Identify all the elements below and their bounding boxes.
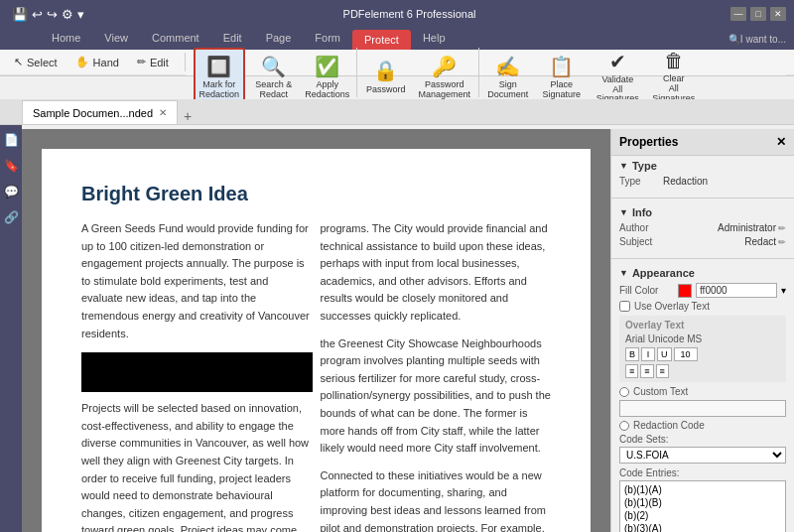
panel-title: Properties xyxy=(619,135,678,149)
custom-text-input[interactable] xyxy=(619,400,786,417)
validate-signatures-button[interactable]: ✔ ValidateAll Signatures xyxy=(591,48,645,105)
right-para-2: the Greenest City Showcase Neighbourhood… xyxy=(321,335,552,458)
qa-dropdown-icon[interactable]: ▾ xyxy=(77,7,84,22)
author-edit-icon[interactable]: ✏ xyxy=(778,223,786,233)
overlay-font-row: Arial Unicode MS xyxy=(625,333,780,344)
password-management-label: PasswordManagement xyxy=(419,80,471,100)
font-size-input[interactable] xyxy=(674,347,698,361)
tab-bar: Sample Documen...nded ✕ + xyxy=(0,99,794,125)
code-entry-1[interactable]: (b)(1)(B) xyxy=(622,496,783,509)
fill-color-row: Fill Color ff0000 ▾ xyxy=(619,283,786,298)
redaction-code-row: Redaction Code xyxy=(619,420,786,431)
clear-icon: 🗑 xyxy=(664,50,684,72)
hand-icon: ✋ xyxy=(75,56,89,68)
tab-edit[interactable]: Edit xyxy=(211,28,254,50)
custom-text-radio[interactable] xyxy=(619,387,629,397)
password-label: Password xyxy=(366,84,406,95)
overlay-text-section: Overlay Text Arial Unicode MS B I U ≡ ≡ … xyxy=(619,316,786,382)
overlay-font-value: Arial Unicode MS xyxy=(625,333,702,344)
left-sidebar: 🏠 📄 🔖 💬 🔗 xyxy=(0,99,22,532)
code-entry-0[interactable]: (b)(1)(A) xyxy=(622,483,783,496)
search-icon: 🔍 xyxy=(728,34,740,45)
paragraph-2: Projects will be selected based on innov… xyxy=(81,400,313,532)
align-right-button[interactable]: ≡ xyxy=(656,364,669,378)
qa-settings-icon[interactable]: ⚙ xyxy=(62,7,73,22)
tab-close-button[interactable]: ✕ xyxy=(159,107,167,118)
tab-page[interactable]: Page xyxy=(254,28,304,50)
bold-button[interactable]: B xyxy=(625,347,639,361)
i-want-to[interactable]: 🔍 I want to... xyxy=(721,28,794,50)
sidebar-pages-icon[interactable]: 📄 xyxy=(2,129,21,151)
sign-document-button[interactable]: ✍ SignDocument xyxy=(483,48,533,105)
text-align-row: ≡ ≡ ≡ xyxy=(625,364,780,378)
use-overlay-text-label: Use Overlay Text xyxy=(634,301,710,312)
document-tab[interactable]: Sample Documen...nded ✕ xyxy=(22,100,178,124)
tab-view[interactable]: View xyxy=(92,28,140,50)
mark-redaction-icon: 🔲 xyxy=(206,55,231,78)
panel-close-icon[interactable]: ✕ xyxy=(776,135,786,149)
app-title: PDFelement 6 Professional xyxy=(88,8,730,20)
code-sets-select[interactable]: U.S.FOIA xyxy=(619,447,786,464)
fill-color-dropdown-icon[interactable]: ▾ xyxy=(781,285,786,296)
info-section-title[interactable]: ▼ Info xyxy=(619,206,786,218)
clear-signatures-button[interactable]: 🗑 ClearAll Signatures xyxy=(649,48,699,105)
tab-form[interactable]: Form xyxy=(303,28,352,50)
validate-icon: ✔ xyxy=(609,50,626,73)
password-management-icon: 🔑 xyxy=(432,55,457,78)
add-tab-button[interactable]: + xyxy=(178,108,198,124)
custom-text-label: Custom Text xyxy=(633,386,688,397)
italic-button[interactable]: I xyxy=(641,347,655,361)
ribbon-tab-bar: Home View Comment Edit Page Form Protect… xyxy=(0,28,794,50)
close-button[interactable]: ✕ xyxy=(770,7,786,21)
mark-for-redaction-button[interactable]: 🔲 Mark forRedaction xyxy=(194,48,245,105)
code-entry-2[interactable]: (b)(2) xyxy=(622,509,783,522)
search-redact-button[interactable]: 🔍 Search &Redact xyxy=(249,48,299,105)
password-management-button[interactable]: 🔑 PasswordManagement xyxy=(415,48,474,105)
tab-help[interactable]: Help xyxy=(411,28,458,50)
document-page: Bright Green Idea A Green Seeds Fund wou… xyxy=(42,149,591,532)
code-entries-list: (b)(1)(A) (b)(1)(B) (b)(2) (b)(3)(A) xyxy=(619,480,786,532)
appearance-section-title[interactable]: ▼ Appearance xyxy=(619,267,786,279)
underline-button[interactable]: U xyxy=(657,347,672,361)
sign-document-label: SignDocument xyxy=(487,80,528,100)
minimize-button[interactable]: — xyxy=(730,7,746,21)
fill-color-value[interactable]: ff0000 xyxy=(696,283,777,298)
qa-redo-icon[interactable]: ↪ xyxy=(47,7,58,22)
cursor-icon: ↖ xyxy=(14,56,23,68)
type-section: ▼ Type Type Redaction xyxy=(611,156,794,194)
select-tool[interactable]: ↖ Select xyxy=(8,53,64,71)
maximize-button[interactable]: □ xyxy=(750,7,766,21)
tab-home[interactable]: Home xyxy=(40,28,92,50)
overlay-text-label-row: Overlay Text xyxy=(625,320,780,331)
edit-tool[interactable]: ✏ Edit xyxy=(131,53,175,71)
hand-tool[interactable]: ✋ Hand xyxy=(69,53,125,71)
subject-value: Redact xyxy=(744,236,776,247)
sidebar-bookmarks-icon[interactable]: 🔖 xyxy=(2,155,21,177)
sidebar-comments-icon[interactable]: 💬 xyxy=(2,181,21,202)
paragraph-1: A Green Seeds Fund would provide funding… xyxy=(81,220,313,342)
tab-comment[interactable]: Comment xyxy=(140,28,211,50)
align-left-button[interactable]: ≡ xyxy=(625,364,638,378)
redaction-code-radio[interactable] xyxy=(619,421,629,431)
type-arrow-icon: ▼ xyxy=(619,161,628,171)
password-button[interactable]: 🔒 Password xyxy=(361,48,411,105)
edit-icon: ✏ xyxy=(137,56,146,68)
sidebar-links-icon[interactable]: 🔗 xyxy=(2,206,21,228)
code-entry-3[interactable]: (b)(3)(A) xyxy=(622,522,783,532)
type-section-title[interactable]: ▼ Type xyxy=(619,160,786,172)
apply-redactions-button[interactable]: ✅ ApplyRedactions xyxy=(303,48,352,105)
use-overlay-text-checkbox[interactable] xyxy=(619,301,630,312)
document-area: Bright Green Idea A Green Seeds Fund wou… xyxy=(22,129,610,532)
subject-edit-icon[interactable]: ✏ xyxy=(778,237,786,247)
code-sets-label: Code Sets: xyxy=(619,434,786,445)
mark-redaction-label: Mark forRedaction xyxy=(199,80,240,100)
qa-undo-icon[interactable]: ↩ xyxy=(32,7,43,22)
quick-access: 💾 ↩ ↪ ⚙ ▾ xyxy=(8,7,88,22)
fill-color-swatch[interactable] xyxy=(678,284,692,298)
fill-color-label: Fill Color xyxy=(619,285,674,296)
qa-save-icon[interactable]: 💾 xyxy=(12,7,28,22)
align-center-button[interactable]: ≡ xyxy=(640,364,653,378)
place-signature-button[interactable]: 📋 PlaceSignature xyxy=(537,48,587,105)
subject-row: Subject Redact ✏ xyxy=(619,236,786,247)
subject-label: Subject xyxy=(619,236,652,247)
